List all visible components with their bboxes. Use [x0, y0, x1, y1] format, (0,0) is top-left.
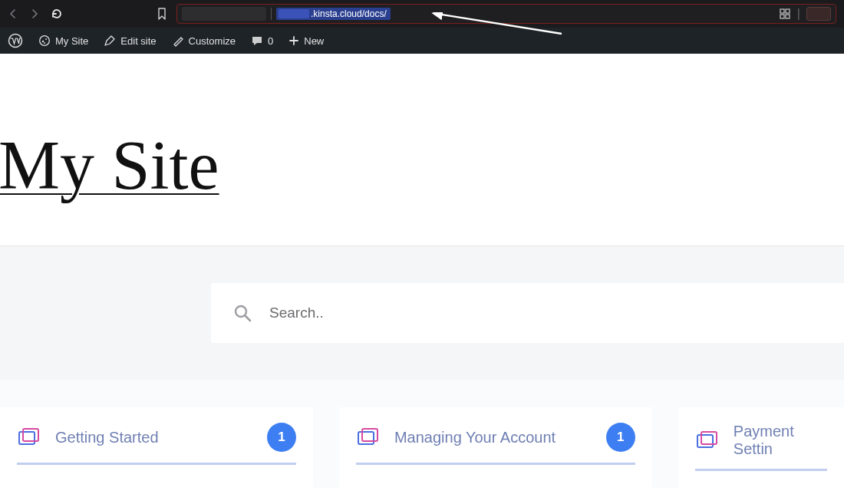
wp-admin-bar: My Site Edit site Customize 0 New	[0, 28, 844, 54]
svg-rect-2	[780, 15, 784, 18]
card-count-badge: 1	[606, 423, 635, 452]
wp-edit-site-label: Edit site	[120, 35, 156, 47]
site-home-icon	[38, 35, 51, 47]
profile-chip[interactable]	[806, 7, 831, 21]
card-folder-icon	[356, 426, 379, 449]
site-title[interactable]: My Site	[0, 126, 219, 205]
url-selected-fragment: .kinsta.cloud/docs/	[276, 8, 391, 20]
browser-nav-group	[8, 8, 63, 20]
refresh-icon[interactable]	[51, 8, 63, 20]
card-count-badge: 1	[267, 423, 296, 452]
plus-icon	[288, 35, 299, 46]
wp-customize-label: Customize	[189, 35, 236, 47]
url-subdomain-mask	[279, 9, 309, 18]
svg-rect-15	[362, 429, 377, 441]
customize-brush-icon	[172, 35, 184, 47]
docs-card[interactable]: Managing Your Account 1	[339, 407, 652, 488]
extensions-grid-icon[interactable]	[779, 8, 791, 20]
svg-rect-17	[701, 432, 717, 444]
card-folder-icon	[17, 426, 40, 449]
search-section	[0, 245, 844, 380]
wp-new-label: New	[304, 35, 324, 47]
address-bar[interactable]: .kinsta.cloud/docs/ |	[176, 4, 836, 24]
card-title: Managing Your Account	[394, 429, 591, 446]
wordpress-logo-icon[interactable]	[8, 33, 23, 48]
edit-site-icon	[104, 35, 116, 47]
svg-rect-13	[23, 429, 38, 441]
search-icon	[232, 303, 252, 323]
card-separator	[695, 469, 827, 471]
card-separator	[17, 463, 296, 465]
page-header: My Site	[0, 54, 844, 245]
svg-rect-3	[786, 15, 790, 18]
svg-point-10	[236, 306, 246, 317]
svg-point-9	[44, 42, 45, 44]
forward-icon[interactable]	[29, 8, 40, 19]
wp-customize-link[interactable]: Customize	[172, 35, 236, 47]
wp-edit-site-link[interactable]: Edit site	[104, 35, 156, 47]
card-folder-icon	[695, 429, 718, 452]
svg-rect-0	[780, 9, 784, 13]
bookmark-icon[interactable]	[157, 8, 167, 20]
wp-new-link[interactable]: New	[288, 35, 324, 47]
docs-card[interactable]: Payment Settin	[678, 407, 844, 488]
svg-rect-14	[358, 432, 374, 444]
url-visible-text: .kinsta.cloud/docs/	[311, 8, 387, 19]
search-input[interactable]	[269, 305, 823, 321]
card-title: Payment Settin	[734, 423, 827, 458]
svg-point-6	[40, 36, 50, 46]
url-host-mask	[182, 7, 266, 21]
url-separator	[271, 8, 272, 20]
svg-rect-16	[697, 435, 713, 447]
wp-comments-count: 0	[268, 35, 273, 47]
docs-card[interactable]: Getting Started 1	[0, 407, 313, 488]
svg-point-7	[42, 41, 44, 42]
comments-icon	[251, 35, 263, 47]
svg-rect-12	[19, 432, 35, 444]
card-separator	[356, 463, 635, 465]
docs-cards-row: Getting Started 1 Managing Your Account …	[0, 380, 844, 488]
svg-point-8	[45, 38, 47, 40]
search-box[interactable]	[211, 283, 844, 343]
address-bar-tools: |	[779, 7, 831, 21]
wp-comments-link[interactable]: 0	[251, 35, 273, 47]
back-icon[interactable]	[8, 8, 18, 19]
browser-top-bar: .kinsta.cloud/docs/ |	[0, 0, 844, 28]
wp-site-label: My Site	[55, 35, 88, 47]
svg-line-11	[246, 316, 250, 321]
wp-site-link[interactable]: My Site	[38, 35, 88, 47]
card-title: Getting Started	[55, 429, 252, 446]
svg-rect-1	[786, 9, 790, 13]
